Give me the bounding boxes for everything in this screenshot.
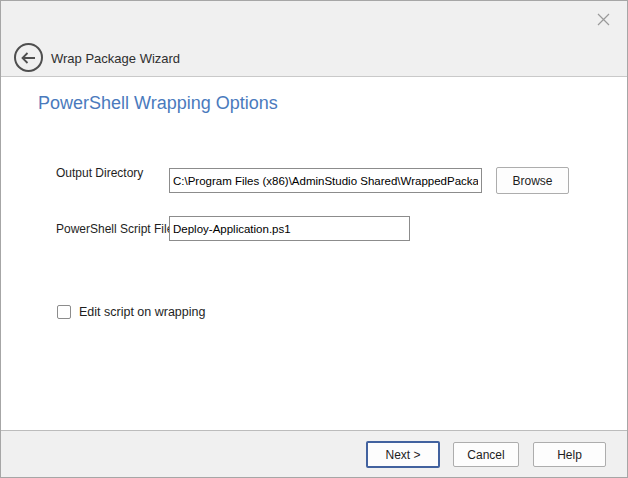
- output-directory-input[interactable]: [169, 168, 482, 193]
- wrap-package-wizard-dialog: Wrap Package Wizard PowerShell Wrapping …: [0, 0, 628, 478]
- edit-script-checkbox[interactable]: [57, 305, 71, 319]
- browse-button[interactable]: Browse: [496, 167, 569, 194]
- back-button[interactable]: [14, 43, 43, 72]
- wizard-title: Wrap Package Wizard: [51, 51, 180, 66]
- back-arrow-icon: [21, 52, 36, 64]
- close-icon: [597, 13, 610, 26]
- next-button[interactable]: Next >: [366, 441, 440, 468]
- script-file-label: PowerShell Script File: [56, 222, 173, 236]
- help-button[interactable]: Help: [533, 442, 606, 467]
- page-title: PowerShell Wrapping Options: [38, 93, 278, 114]
- edit-script-label: Edit script on wrapping: [79, 305, 205, 319]
- wizard-content: [1, 78, 627, 432]
- output-directory-label: Output Directory: [56, 166, 143, 180]
- edit-script-row: Edit script on wrapping: [57, 305, 205, 319]
- close-button[interactable]: [591, 8, 615, 30]
- cancel-button[interactable]: Cancel: [453, 442, 519, 467]
- script-file-input[interactable]: [169, 216, 410, 241]
